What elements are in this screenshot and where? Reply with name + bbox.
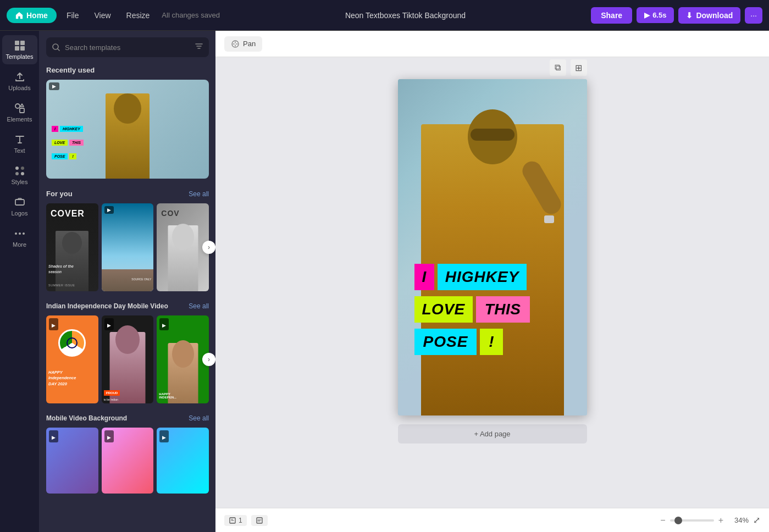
sidebar-item-elements[interactable]: Elements bbox=[2, 98, 37, 127]
resize-menu[interactable]: Resize bbox=[121, 8, 156, 23]
download-button[interactable]: ⬇ Download bbox=[678, 7, 740, 24]
mobile-video-grid: ▶ ▶ ▶ bbox=[46, 428, 209, 494]
pan-button[interactable]: Pan bbox=[224, 36, 262, 52]
canvas-toolbar: Pan bbox=[215, 31, 769, 57]
indian-item-1[interactable]: ▶ HAPPYIndependenceDAY 2020 bbox=[46, 315, 98, 403]
svg-rect-10 bbox=[15, 199, 24, 205]
sidebar-label-styles: Styles bbox=[12, 179, 28, 185]
recently-used-item[interactable]: ▶ I HIGHKEY LOVE THIS POSE ! bbox=[46, 80, 209, 179]
text-line-2[interactable]: LOVE THIS bbox=[414, 296, 530, 323]
page-icon bbox=[229, 517, 236, 524]
more-icon bbox=[14, 228, 26, 240]
add-page-button[interactable]: + Add page bbox=[398, 424, 587, 444]
elements-icon bbox=[14, 102, 26, 114]
svg-point-9 bbox=[21, 172, 24, 175]
autosave-status: All changes saved bbox=[162, 11, 220, 19]
zoom-slider[interactable] bbox=[670, 519, 714, 522]
pan-icon bbox=[231, 40, 240, 48]
sidebar-item-templates[interactable]: Templates bbox=[2, 35, 37, 64]
svg-rect-0 bbox=[15, 41, 19, 45]
text-overlay-2: LOVE THIS bbox=[52, 140, 84, 146]
canvas-page: ⧉ ⊞ bbox=[398, 79, 587, 444]
recently-used-header: Recently used bbox=[46, 66, 209, 74]
canvas-workspace[interactable]: ⧉ ⊞ bbox=[215, 57, 769, 508]
text-this: THIS bbox=[476, 296, 530, 323]
for-you-item-1[interactable]: COVER Shades of theseason SUMMER ISSUE bbox=[46, 203, 98, 291]
for-you-item-3[interactable]: COV bbox=[157, 203, 209, 291]
more-options-button[interactable]: ··· bbox=[745, 7, 762, 24]
zoom-in-icon[interactable]: + bbox=[718, 516, 723, 525]
styles-icon bbox=[14, 165, 26, 177]
search-input[interactable] bbox=[65, 43, 190, 52]
notes-button[interactable] bbox=[251, 515, 268, 526]
sidebar-label-more: More bbox=[13, 241, 26, 248]
text-line-1[interactable]: I HIGHKEY bbox=[414, 264, 527, 290]
add-page-icon[interactable]: ⊞ bbox=[571, 59, 587, 76]
logo-icon bbox=[14, 196, 26, 208]
copy-icon[interactable]: ⧉ bbox=[550, 59, 566, 76]
indian-independence-grid: ▶ HAPPYIndependenceDAY 2020 ▶ PROUD to b… bbox=[46, 315, 209, 403]
mobile-video-see-all[interactable]: See all bbox=[189, 414, 209, 422]
scroll-right-arrow-2[interactable]: › bbox=[202, 353, 215, 366]
text-line-3[interactable]: POSE ! bbox=[414, 329, 503, 355]
page-number: 1 bbox=[239, 517, 242, 524]
bottom-left-tools: 1 bbox=[224, 515, 268, 526]
view-menu[interactable]: View bbox=[88, 8, 116, 23]
video-badge: ▶ bbox=[49, 82, 59, 90]
svg-point-12 bbox=[19, 232, 21, 235]
search-bar bbox=[46, 37, 209, 57]
for-you-item-2[interactable]: ▶ SOURCE ONLY bbox=[102, 203, 154, 291]
svg-rect-2 bbox=[15, 46, 19, 51]
indian-independence-see-all[interactable]: See all bbox=[189, 302, 209, 310]
play-duration: 6.5s bbox=[652, 11, 666, 19]
zoom-percent: 34% bbox=[728, 516, 749, 524]
text-pose: POSE bbox=[414, 329, 477, 355]
mobile-video-item-1[interactable]: ▶ bbox=[46, 428, 98, 494]
text-highkey: HIGHKEY bbox=[438, 264, 527, 290]
bottom-bar: 1 − + 34% ⤢ bbox=[215, 508, 769, 532]
sidebar-item-text[interactable]: Text bbox=[2, 129, 37, 158]
upload-icon bbox=[14, 71, 26, 83]
file-menu[interactable]: File bbox=[61, 8, 85, 23]
filter-icon[interactable] bbox=[195, 42, 203, 53]
mobile-video-title: Mobile Video Background bbox=[46, 414, 127, 422]
page-indicator[interactable]: 1 bbox=[224, 515, 247, 526]
share-button[interactable]: Share bbox=[591, 7, 632, 24]
main-layout: Templates Uploads Elements bbox=[0, 31, 769, 532]
for-you-title: For you bbox=[46, 190, 73, 198]
canvas-top-icons: ⧉ ⊞ bbox=[550, 59, 587, 76]
for-you-see-all[interactable]: See all bbox=[189, 190, 209, 198]
mobile-video-item-2[interactable]: ▶ bbox=[102, 428, 154, 494]
indian-item-2[interactable]: ▶ PROUD to be Indian bbox=[102, 315, 154, 403]
indian-item-3[interactable]: ▶ HAPPYINDEPEN... bbox=[157, 315, 209, 403]
templates-panel: Recently used ▶ I HIGHKEY LOVE THIS bbox=[40, 31, 215, 532]
text-icon bbox=[14, 134, 26, 146]
svg-point-4 bbox=[15, 104, 20, 108]
zoom-out-icon[interactable]: − bbox=[660, 516, 665, 525]
svg-rect-1 bbox=[20, 41, 25, 45]
person-head bbox=[114, 93, 141, 124]
home-button[interactable]: Home bbox=[7, 8, 57, 23]
sidebar-label-elements: Elements bbox=[7, 116, 32, 123]
sidebar-item-uploads[interactable]: Uploads bbox=[2, 66, 37, 96]
fullscreen-button[interactable]: ⤢ bbox=[753, 515, 760, 525]
sidebar-label-text: Text bbox=[14, 147, 25, 154]
indian-independence-header: Indian Independence Day Mobile Video See… bbox=[46, 302, 209, 310]
sidebar-item-more[interactable]: More bbox=[2, 223, 37, 252]
svg-point-11 bbox=[15, 232, 17, 235]
canvas-area: Pan ⧉ ⊞ bbox=[215, 31, 769, 532]
design-canvas: I HIGHKEY LOVE THIS POSE ! bbox=[398, 79, 587, 415]
download-icon: ⬇ bbox=[686, 11, 693, 20]
sidebar-label-logos: Logos bbox=[12, 210, 28, 217]
mobile-video-item-3[interactable]: ▶ bbox=[157, 428, 209, 494]
pan-label: Pan bbox=[243, 40, 256, 48]
sidebar-item-styles[interactable]: Styles bbox=[2, 160, 37, 190]
scroll-right-arrow[interactable]: › bbox=[202, 241, 215, 254]
search-icon bbox=[52, 43, 60, 52]
sidebar-item-logos[interactable]: Logos bbox=[2, 192, 37, 221]
svg-point-13 bbox=[23, 232, 25, 235]
sunglasses bbox=[471, 129, 514, 141]
play-button[interactable]: ▶ 6.5s bbox=[637, 7, 674, 23]
svg-point-8 bbox=[15, 172, 19, 175]
for-you-grid: COVER Shades of theseason SUMMER ISSUE ▶… bbox=[46, 203, 209, 291]
